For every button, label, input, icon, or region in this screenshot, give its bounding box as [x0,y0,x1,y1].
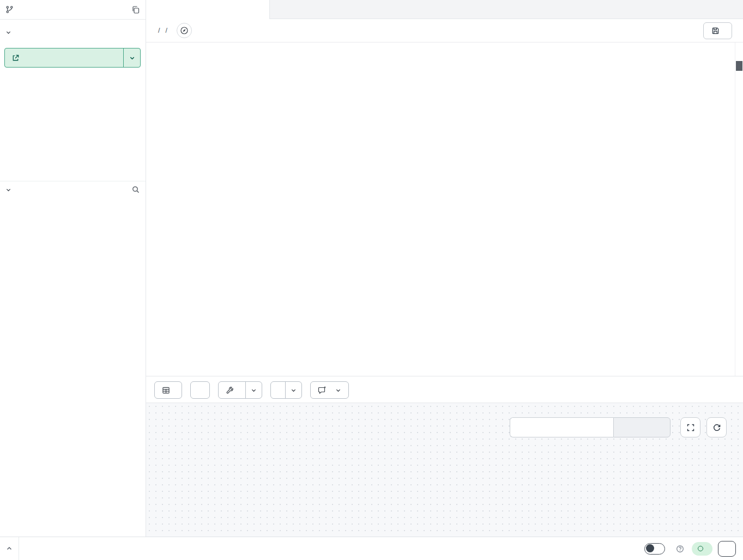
more-options-button[interactable] [718,541,736,557]
branch-row [0,0,146,20]
close-icon[interactable] [257,9,262,11]
status-ring-icon [698,546,703,551]
build-caret[interactable] [245,382,262,398]
sidebar [0,0,146,537]
refresh-icon [712,423,721,432]
dbt-command-input[interactable] [19,544,644,553]
git-branch-icon [5,5,14,14]
chevron-down-icon [5,29,11,35]
save-button[interactable] [703,22,732,39]
external-link-icon [11,54,20,62]
compass-icon [180,26,189,35]
lint-caret[interactable] [285,382,301,398]
defer-toggle[interactable] [644,543,665,555]
lineage-selector-input[interactable] [510,417,613,437]
chevron-down-icon [129,55,135,61]
bottom-bar [0,537,743,560]
pr-button-caret[interactable] [124,48,140,67]
copy-icon[interactable] [131,5,140,14]
preview-button[interactable] [154,381,182,399]
tab-bar [146,0,743,19]
copilot-chat-icon [318,386,327,394]
chevron-down-icon [5,187,11,193]
editor-scrollbar[interactable] [735,42,743,376]
compile-button[interactable] [190,381,210,399]
copilot-compass-button[interactable] [177,23,192,38]
status-badge-ready[interactable] [692,542,712,556]
chevron-down-icon [335,387,341,393]
file-explorer-header[interactable] [0,183,146,196]
scrollbar-thumb[interactable] [736,61,742,71]
collapse-panel-button[interactable] [0,545,19,552]
wrench-icon [226,386,234,394]
tool-strip [146,376,743,403]
update-graph-button[interactable] [613,417,670,437]
new-tab-button[interactable] [717,3,731,17]
code-editor[interactable] [146,42,743,376]
lineage-panel[interactable] [146,403,743,537]
refresh-button[interactable] [706,417,727,437]
table-icon [162,386,170,394]
main-area: / / [146,0,743,537]
dbt-copilot-button[interactable] [310,381,349,399]
chevron-down-icon [251,387,257,393]
save-icon [711,27,720,35]
help-icon[interactable] [676,545,684,553]
chevron-up-icon [6,545,13,552]
fullscreen-icon [686,423,695,432]
breadcrumb-row: / / [146,19,743,42]
create-pr-button[interactable] [4,48,141,68]
lint-button[interactable] [270,381,302,399]
version-control-header[interactable] [0,26,146,39]
breadcrumb: / / [155,27,170,34]
section-divider [0,181,146,181]
chevron-down-icon [291,387,297,393]
tab-customers-sql[interactable] [146,0,270,19]
fullscreen-button[interactable] [680,417,700,437]
minimap[interactable] [672,42,722,107]
build-button[interactable] [218,381,262,399]
search-icon[interactable] [131,185,140,194]
